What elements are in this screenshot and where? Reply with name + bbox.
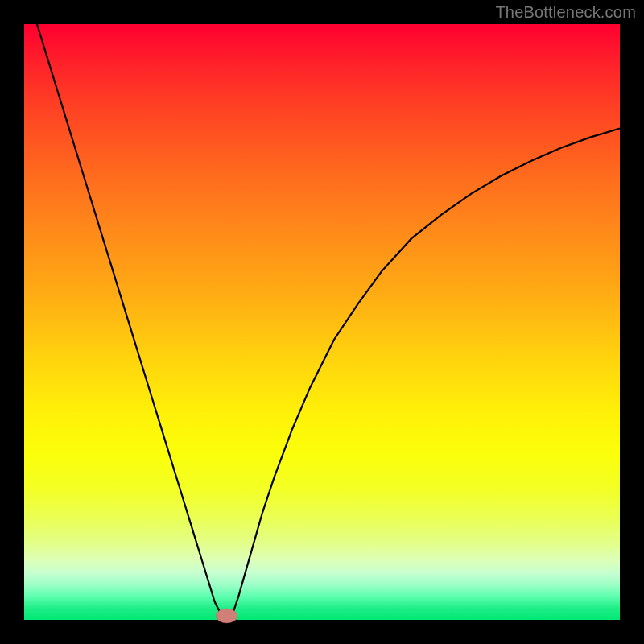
bottleneck-curve: [24, 0, 620, 620]
watermark-text: TheBottleneck.com: [495, 3, 636, 22]
optimum-marker: [216, 609, 237, 623]
chart-svg: [24, 24, 620, 620]
chart-plot-area: [24, 24, 620, 620]
